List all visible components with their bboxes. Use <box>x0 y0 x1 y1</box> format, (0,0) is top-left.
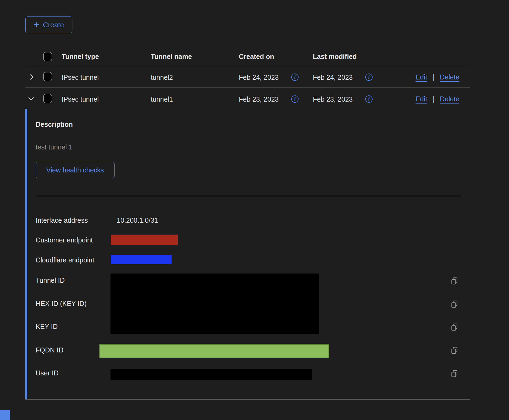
created-on-cell: Feb 23, 2023 <box>239 95 279 103</box>
tunnel-type-cell: IPsec tunnel <box>62 95 99 103</box>
create-button[interactable]: + Create <box>25 16 72 33</box>
tunnel-id-label: Tunnel ID <box>36 276 65 284</box>
edit-link[interactable]: Edit <box>416 95 427 103</box>
hex-id-label: HEX ID (KEY ID) <box>36 299 86 308</box>
user-id-redaction <box>110 369 312 380</box>
description-label: Description <box>36 120 73 128</box>
customer-endpoint-redaction <box>111 235 178 245</box>
delete-link[interactable]: Delete <box>440 73 459 81</box>
customer-endpoint-label: Customer endpoint <box>36 236 93 244</box>
copy-icon <box>451 300 458 308</box>
column-header-last-modified: Last modified <box>313 52 357 61</box>
copy-icon <box>451 370 458 378</box>
cloudflare-endpoint-label: Cloudflare endpoint <box>36 256 94 264</box>
fqdn-id-label: FQDN ID <box>36 346 63 354</box>
header-divider <box>25 66 470 66</box>
copy-icon <box>451 346 458 355</box>
cloudflare-endpoint-redaction <box>111 255 172 264</box>
row-checkbox[interactable] <box>43 94 52 103</box>
info-icon[interactable]: i <box>365 95 373 103</box>
description-value: test tunnel 1 <box>36 143 72 151</box>
chevron-right-icon[interactable] <box>29 74 35 80</box>
row-checkbox[interactable] <box>43 72 52 81</box>
interface-address-value: 10.200.1.0/31 <box>117 216 158 224</box>
interface-address-label: Interface address <box>36 216 88 224</box>
copy-user-id-button[interactable] <box>451 370 458 379</box>
last-modified-cell: Feb 24, 2023 <box>313 73 353 81</box>
action-separator: | <box>433 73 435 81</box>
select-all-checkbox[interactable] <box>43 52 52 61</box>
panel-divider <box>36 196 461 196</box>
copy-key-id-button[interactable] <box>451 323 458 332</box>
info-icon[interactable]: i <box>291 74 299 81</box>
tunnel-type-cell: IPsec tunnel <box>62 73 99 81</box>
column-header-tunnel-type: Tunnel type <box>62 52 99 61</box>
plus-icon: + <box>34 19 39 30</box>
copy-icon <box>451 277 458 285</box>
chevron-down-icon[interactable] <box>28 96 35 102</box>
edit-link[interactable]: Edit <box>416 73 427 81</box>
copy-icon <box>451 323 458 331</box>
create-button-label: Create <box>43 21 64 29</box>
fqdn-id-redaction <box>99 344 329 358</box>
expanded-accent-bar <box>25 109 27 399</box>
info-icon[interactable]: i <box>291 95 299 103</box>
panel-bottom-divider <box>25 399 470 400</box>
tunnel-name-cell: tunnel2 <box>151 73 173 81</box>
info-icon[interactable]: i <box>365 74 373 81</box>
row-divider <box>25 87 470 88</box>
viewport-edge-accent <box>0 410 10 420</box>
ids-redaction-block <box>110 274 319 334</box>
column-header-tunnel-name: Tunnel name <box>151 52 192 61</box>
last-modified-cell: Feb 23, 2023 <box>313 95 353 103</box>
tunnel-name-cell: tunnel1 <box>151 95 173 103</box>
key-id-label: KEY ID <box>36 322 58 331</box>
action-separator: | <box>433 95 435 103</box>
column-header-created-on: Created on <box>239 52 274 61</box>
copy-hex-id-button[interactable] <box>451 300 458 309</box>
delete-link[interactable]: Delete <box>440 95 459 103</box>
view-health-checks-label: View health checks <box>46 166 104 174</box>
created-on-cell: Feb 24, 2023 <box>239 73 279 81</box>
view-health-checks-button[interactable]: View health checks <box>36 162 115 178</box>
copy-fqdn-id-button[interactable] <box>451 346 458 355</box>
copy-tunnel-id-button[interactable] <box>451 277 458 286</box>
user-id-label: User ID <box>36 369 59 377</box>
tunnels-page: + Create Tunnel type Tunnel name Created… <box>0 0 509 420</box>
